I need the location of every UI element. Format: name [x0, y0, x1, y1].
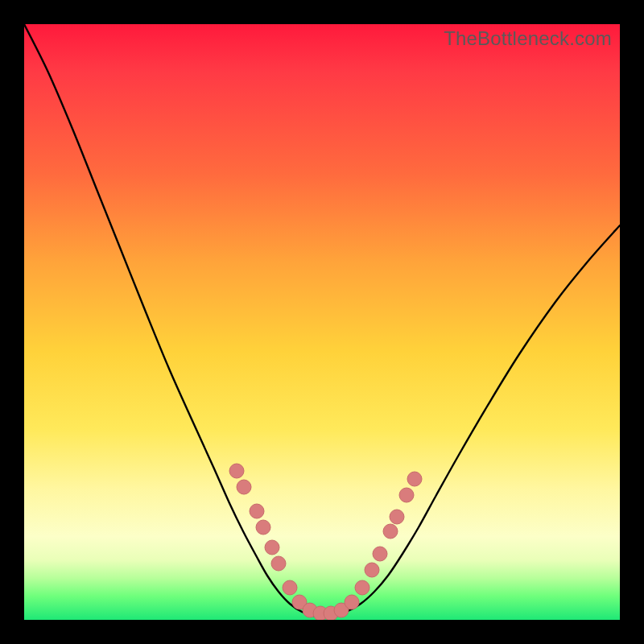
curve-marker: [237, 480, 251, 494]
curve-marker: [345, 595, 359, 609]
curve-marker: [365, 563, 379, 577]
curve-marker: [271, 556, 286, 571]
curve-marker: [383, 524, 398, 539]
curve-marker: [229, 464, 244, 478]
bottleneck-curve: [24, 24, 620, 617]
curve-marker: [256, 520, 270, 535]
curve-marker: [399, 488, 414, 502]
curve-marker: [355, 580, 369, 595]
curve-marker: [390, 510, 404, 524]
curve-marker: [407, 472, 422, 486]
curve-marker: [250, 504, 264, 518]
curve-markers: [229, 464, 422, 620]
plot-area: TheBottleneck.com: [24, 24, 620, 620]
chart-frame: TheBottleneck.com: [0, 0, 644, 644]
curve-marker: [373, 547, 387, 561]
curve-marker: [283, 580, 297, 595]
bottleneck-curve-svg: [24, 24, 620, 620]
curve-marker: [265, 540, 279, 555]
